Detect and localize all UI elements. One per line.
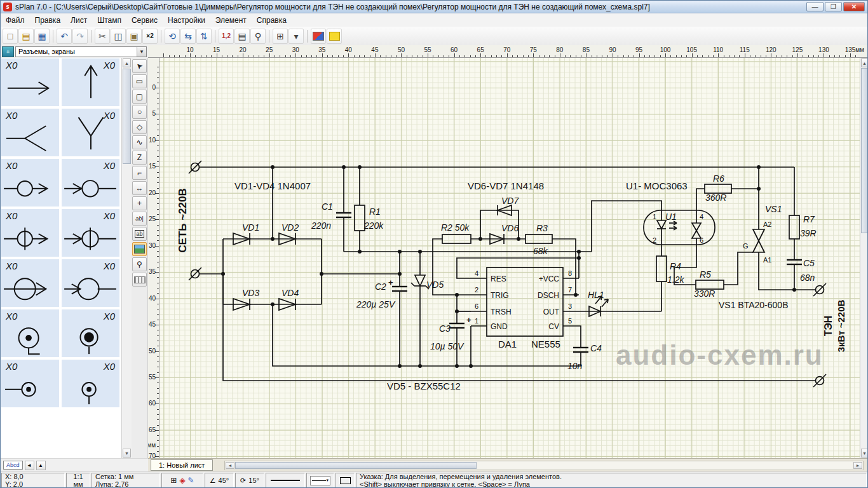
toolbar-properties-button[interactable]: ▤ (234, 29, 250, 44)
library-cell-label: X0 (6, 210, 17, 221)
tool-dimension-button[interactable]: ↔ (132, 181, 147, 195)
tool-image-button[interactable] (132, 242, 147, 256)
toolbar-redo-button[interactable]: ↷ (72, 29, 88, 44)
menu-item-1[interactable]: Правка (30, 14, 66, 27)
grid-toggle-icon[interactable]: ⊞ (170, 477, 177, 484)
svg-text:+: + (388, 278, 393, 287)
svg-text:RES: RES (491, 274, 506, 283)
library-select[interactable]: Разъемы, экраны ▼ (15, 46, 147, 57)
toolbar-copy-button[interactable]: ◫ (111, 29, 126, 44)
menu-item-0[interactable]: Файл (1, 14, 30, 27)
tool-pointer-button[interactable]: ➤ (132, 59, 147, 73)
library-cell-coax-plug[interactable]: X0 (61, 309, 120, 358)
library-cell-socket-bar[interactable]: X0 (61, 208, 120, 257)
fill-style-select[interactable] (336, 473, 355, 488)
up-icon[interactable]: ▲ (36, 461, 46, 470)
tool-polygon-button[interactable]: ◇ (132, 120, 147, 134)
draw-mode-icon[interactable]: ✎ (188, 477, 194, 484)
toolbar-duplicate-button[interactable]: ×2 (142, 29, 158, 44)
menu-item-3[interactable]: Штамп (92, 14, 126, 27)
toolbar-mirror-v-button[interactable]: ⇅ (196, 29, 212, 44)
library-cell-plug-bar[interactable]: X0 (1, 208, 60, 257)
toolbar-bookmark-button[interactable] (327, 29, 342, 44)
toolbar-cut-button[interactable]: ✂ (95, 29, 110, 44)
canvas-hscroll-thumb[interactable] (235, 462, 477, 469)
rotate-step-cell[interactable]: ⟳ 15° (235, 473, 264, 488)
toolbar-mirror-h-button[interactable]: ⇆ (180, 29, 196, 44)
scroll-up-icon[interactable]: ▲ (861, 58, 868, 67)
toolbar-counter-button[interactable]: 1,2 (219, 29, 234, 44)
toolbar-paste-button[interactable]: ▣ (126, 29, 142, 44)
tool-ellipse-button[interactable]: ○ (132, 105, 147, 119)
snap-icon[interactable]: ◈ (179, 477, 185, 484)
library-cell-fork-right[interactable]: X0 (1, 108, 60, 157)
toolbar-new-button[interactable]: □ (3, 29, 18, 44)
svg-text:10µ 50V: 10µ 50V (430, 341, 465, 351)
chevron-down-icon[interactable]: ▼ (137, 47, 146, 57)
scroll-right-icon[interactable]: ► (853, 462, 862, 469)
duplicate-icon: ×2 (146, 32, 153, 39)
library-cell-pin-up[interactable]: X0 (61, 359, 120, 408)
ruler-corner (148, 45, 159, 58)
library-scroll-thumb[interactable] (123, 69, 131, 164)
menu-item-6[interactable]: Элемент (210, 14, 252, 27)
status-bar: X: 8,0 Y: 2,0 1:1 мм Сетка: 1 мм Лупа: 2… (1, 471, 867, 488)
menu-item-5[interactable]: Настройки (163, 14, 210, 27)
library-cell-plug-right[interactable]: X0 (1, 158, 60, 207)
scroll-up-icon[interactable]: ▲ (123, 58, 131, 67)
sheet-tab[interactable]: 1: Новый лист (151, 459, 213, 471)
toolbar-grid-button[interactable]: ⊞ (273, 29, 288, 44)
library-cell-coax-jack[interactable]: X0 (1, 309, 60, 358)
schematic-canvas[interactable]: VD1-VD4 1N4007VD6-VD7 1N4148U1- MOC3063V… (159, 58, 860, 458)
tool-rounded-rect-button[interactable]: ▢ (132, 90, 147, 104)
tool-rectangle-button[interactable]: ▭ (132, 74, 147, 88)
toolbar-separator (91, 30, 92, 43)
toolbar-grid-dropdown-button[interactable]: ▾ (288, 29, 304, 44)
tool-textbox-button[interactable]: ab (132, 227, 147, 241)
close-button[interactable]: ✕ (843, 2, 865, 11)
menu-item-4[interactable]: Сервис (126, 14, 163, 27)
maximize-button[interactable]: ❐ (825, 2, 842, 11)
library-scrollbar[interactable]: ▲ ▼ (121, 58, 132, 458)
tool-node-button[interactable]: + (132, 196, 147, 210)
tool-polyline-button[interactable]: Z (132, 151, 147, 165)
toolbar-undo-button[interactable]: ↶ (57, 29, 72, 44)
toolbar-save-button[interactable]: ▦ (34, 29, 50, 44)
library-selector-row: ⌗ Разъемы, экраны ▼ (1, 45, 148, 58)
tool-zoom-button[interactable]: ⚲ (132, 257, 147, 271)
menu-item-7[interactable]: Справка (252, 14, 292, 27)
canvas-vscrollbar[interactable]: ▲ ▼ (860, 58, 868, 458)
main-toolbar: □▤▦↶↷✂◫▣×2⟲⇆⇅1,2▤⚲⊞▾ (1, 27, 867, 46)
library-cell-socket-right[interactable]: X0 (61, 158, 120, 207)
scroll-left-icon[interactable]: ◄ (226, 462, 234, 469)
polygon-icon: ◇ (137, 123, 142, 132)
library-cell-pin[interactable]: X0 (1, 359, 60, 408)
tool-bezier-button[interactable]: ∿ (132, 135, 147, 149)
toolbar-open-button[interactable]: ▤ (18, 29, 34, 44)
toolbar-search-button[interactable]: ⚲ (250, 29, 266, 44)
scroll-down-icon[interactable]: ▼ (861, 449, 868, 458)
library-cell-arrow-right[interactable]: X0 (1, 58, 60, 107)
tool-text-button[interactable]: ab| (132, 212, 147, 226)
prev-icon[interactable]: ◄ (25, 461, 34, 470)
canvas-vscroll-thumb[interactable] (861, 68, 868, 233)
svg-text:68n: 68n (800, 273, 815, 283)
canvas-hscrollbar[interactable]: ◄ ► (224, 461, 864, 470)
library-cell-fork-up[interactable]: X0 (61, 108, 120, 157)
tool-special-line-button[interactable]: ⌐ (132, 166, 147, 180)
tool-measure-button[interactable] (132, 273, 147, 287)
toolbar-rotate-button[interactable]: ⟲ (165, 29, 180, 44)
toolbar-export-image-button[interactable] (311, 29, 326, 44)
svg-text:OUT: OUT (543, 308, 560, 316)
scroll-down-icon[interactable]: ▼ (123, 449, 131, 458)
svg-text:7: 7 (568, 286, 572, 294)
menu-item-2[interactable]: Лист (65, 14, 92, 27)
library-cell-plug-big[interactable]: X0 (1, 259, 60, 308)
library-cell-arrow-up[interactable]: X0 (61, 58, 120, 107)
angle-step-cell[interactable]: ∠ 45° (205, 473, 234, 488)
line-style-select[interactable]: ▾ (306, 473, 334, 488)
font-sample-button[interactable]: Abcd (3, 461, 23, 470)
minimize-button[interactable]: — (806, 2, 824, 11)
svg-text:+: + (466, 315, 471, 325)
library-cell-socket-big[interactable]: X0 (61, 259, 120, 308)
